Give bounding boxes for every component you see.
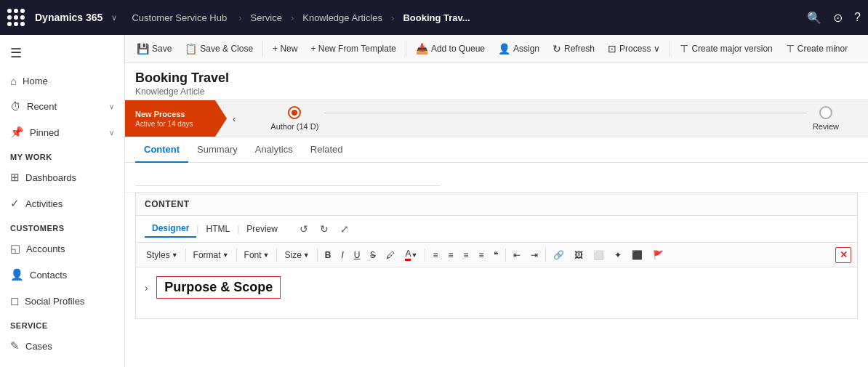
align-center-button[interactable]: ≡ (443, 247, 457, 263)
rte-format-button[interactable]: Format ▼ (189, 247, 233, 263)
create-major-icon: ⊤ (680, 43, 688, 55)
hamburger-menu[interactable]: ☰ (0, 38, 124, 68)
strikethrough-button[interactable]: S̶ (366, 247, 380, 263)
outdent-button[interactable]: ⇤ (509, 247, 525, 263)
sidebar-item-dashboards[interactable]: ⊞ Dashboards (0, 164, 124, 190)
add-queue-icon: 📥 (416, 43, 428, 55)
bold-button[interactable]: B (321, 247, 336, 263)
assign-button[interactable]: 👤 Assign (492, 39, 545, 58)
save-button[interactable]: 💾 Save (131, 39, 177, 58)
rte-font-button[interactable]: Font ▼ (240, 247, 274, 263)
code-icon: ⬛ (632, 250, 643, 260)
record-subtitle: Knowledge Article (135, 86, 858, 97)
rte-close-button[interactable]: ✕ (835, 247, 851, 263)
process-button[interactable]: ⊡ Process ∨ (602, 39, 666, 58)
underline-button[interactable]: U (350, 247, 365, 263)
tab-related[interactable]: Related (302, 137, 352, 163)
align-justify-button[interactable]: ≡ (474, 247, 488, 263)
process-collapse-button[interactable]: ‹ (227, 113, 241, 124)
activities-icon: ✓ (10, 197, 20, 210)
code-block-button[interactable]: ⬛ (627, 247, 647, 263)
size-label: Size (284, 250, 301, 260)
breadcrumb-current: Booking Trav... (403, 12, 470, 23)
breadcrumb-knowledge-articles[interactable]: Knowledge Articles (302, 12, 382, 23)
sidebar-item-pinned[interactable]: 📌 Pinned ∨ (0, 119, 124, 145)
size-chevron-icon: ▼ (303, 251, 310, 259)
accounts-icon: ◱ (10, 242, 20, 255)
rte-size-button[interactable]: Size ▼ (280, 247, 313, 263)
sidebar-item-contacts[interactable]: 👤 Contacts (0, 262, 124, 288)
sidebar-label-accounts: Accounts (26, 243, 65, 254)
top-navigation: Dynamics 365 ∨ Customer Service Hub › Se… (0, 0, 868, 35)
tab-analytics[interactable]: Analytics (246, 137, 302, 163)
editor-body[interactable]: › Purpose & Scope (136, 267, 857, 318)
blockquote-button[interactable]: ❝ (489, 247, 502, 263)
insert-table-button[interactable]: ⬜ (589, 247, 608, 263)
table-icon: ⬜ (593, 250, 604, 260)
create-minor-version-button[interactable]: ⊤ Create minor (780, 39, 853, 58)
brand-name[interactable]: Dynamics 365 (35, 12, 103, 23)
refresh-button[interactable]: ↻ Refresh (547, 39, 600, 58)
new-from-template-label: + New From Template (310, 44, 396, 54)
pinned-chevron-icon: ∨ (109, 129, 114, 137)
breadcrumb-service[interactable]: Service (251, 12, 282, 23)
align-left-button[interactable]: ≡ (428, 247, 442, 263)
process-node-review[interactable]: Review (813, 106, 839, 131)
save-close-label: Save & Close (200, 44, 253, 54)
settings-nav-button[interactable]: ⊙ (833, 11, 843, 25)
recent-icon: ⏱ (10, 100, 21, 113)
brand-chevron[interactable]: ∨ (111, 13, 117, 23)
special-char-button[interactable]: ✦ (610, 247, 626, 263)
process-node-author[interactable]: Author (14 D) (270, 106, 318, 131)
cases-icon: ✎ (10, 339, 20, 352)
refresh-label: Refresh (564, 44, 595, 54)
italic-button[interactable]: I (337, 247, 347, 263)
new-button[interactable]: + New (267, 40, 303, 57)
add-to-queue-label: Add to Queue (431, 44, 485, 54)
editor-tab-html[interactable]: HTML (198, 221, 237, 237)
content-section-header: CONTENT (136, 193, 857, 216)
flag-icon: 🚩 (653, 250, 664, 260)
highlight-color-button[interactable]: 🖊 (382, 247, 399, 263)
search-nav-button[interactable]: 🔍 (807, 11, 821, 25)
process-bar: New Process Active for 14 days ‹ Author … (125, 100, 868, 137)
tab-summary[interactable]: Summary (188, 137, 246, 163)
save-close-button[interactable]: 📋 Save & Close (179, 39, 259, 58)
add-to-queue-button[interactable]: 📥 Add to Queue (410, 39, 491, 58)
editor-tab-preview[interactable]: Preview (239, 221, 285, 237)
sidebar-item-accounts[interactable]: ◱ Accounts (0, 235, 124, 262)
editor-tab-designer[interactable]: Designer (145, 220, 196, 238)
tab-content[interactable]: Content (135, 137, 188, 163)
help-nav-button[interactable]: ? (854, 11, 861, 24)
expand-button[interactable]: ⤢ (337, 222, 352, 236)
align-center-icon: ≡ (448, 250, 453, 260)
sidebar-item-cases[interactable]: ✎ Cases (0, 333, 124, 359)
app-launcher-icon[interactable] (7, 9, 25, 26)
section-mywork: My Work (0, 145, 124, 164)
heading-expand-chevron: › (145, 282, 148, 294)
sidebar-item-home[interactable]: ⌂ Home (0, 68, 124, 94)
insert-link-button[interactable]: 🔗 (549, 247, 568, 263)
sidebar-item-recent[interactable]: ⏱ Recent ∨ (0, 94, 124, 119)
undo-button[interactable]: ↺ (297, 222, 311, 236)
sidebar-label-dashboards: Dashboards (25, 172, 76, 183)
active-process-stage[interactable]: New Process Active for 14 days (125, 100, 227, 137)
create-minor-label: Create minor (797, 44, 848, 54)
rte-styles-button[interactable]: Styles ▼ (142, 247, 182, 263)
create-major-version-button[interactable]: ⊤ Create major version (674, 39, 778, 58)
align-right-button[interactable]: ≡ (459, 247, 473, 263)
review-node-circle (819, 106, 832, 119)
insert-image-button[interactable]: 🖼 (570, 247, 587, 263)
redo-button[interactable]: ↻ (317, 222, 331, 236)
title-input[interactable] (135, 169, 441, 186)
indent-button[interactable]: ⇥ (526, 247, 542, 263)
flag-button[interactable]: 🚩 (648, 247, 668, 263)
font-color-button[interactable]: A ▼ (401, 246, 422, 264)
new-from-template-button[interactable]: + New From Template (305, 40, 402, 57)
sidebar-label-home: Home (23, 76, 48, 86)
assign-icon: 👤 (498, 43, 510, 55)
sidebar-item-activities[interactable]: ✓ Activities (0, 190, 124, 217)
sidebar-item-social-profiles[interactable]: ◻ Social Profiles (0, 288, 124, 314)
new-label: + New (273, 44, 297, 54)
app-name[interactable]: Customer Service Hub (132, 12, 227, 23)
